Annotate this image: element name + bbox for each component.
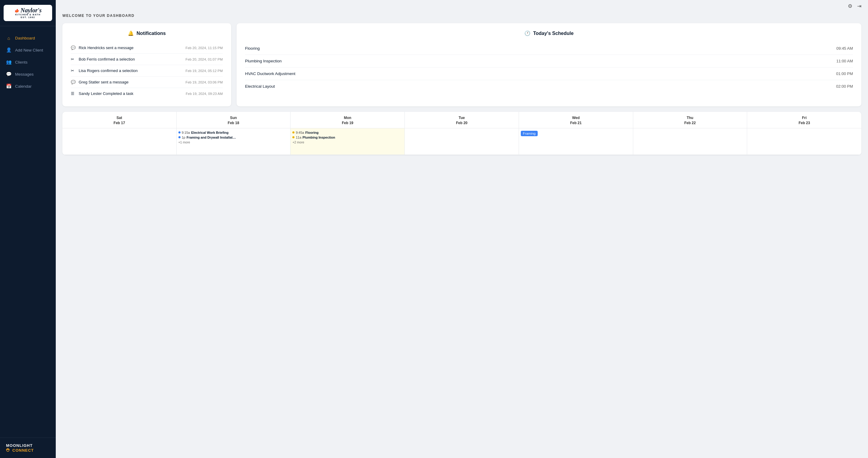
calendar-cell	[747, 128, 861, 155]
notif-type-icon: ☰	[71, 91, 76, 96]
notif-type-icon: ✂	[71, 68, 76, 73]
sidebar: 🍁 Naylor's KITCHEN & BATH EST. 1882 ⌂ Da…	[0, 0, 56, 458]
calendar-cell	[633, 128, 747, 155]
cal-date-label: Feb 21	[522, 121, 630, 126]
main-content: ⚙ ⇥ WELCOME TO YOUR DASHBOARD 🔔 Notifica…	[56, 0, 868, 458]
notification-item: ☰ Sandy Lester Completed a task Feb 19, …	[71, 88, 223, 99]
cal-framing-event: Framing	[521, 131, 631, 136]
sidebar-item-add-new-client[interactable]: 👤 Add New Client	[0, 44, 56, 56]
calendar-header-cell: WedFeb 21	[519, 112, 633, 128]
schedule-header: 🕐 Today's Schedule	[245, 30, 853, 36]
notification-item: 💬 Rick Hendricks sent a message Feb 20, …	[71, 42, 223, 54]
schedule-list: Flooring 09:45 AM Plumbing Inspection 11…	[245, 42, 853, 93]
calendar-header-cell: MonFeb 19	[290, 112, 405, 128]
schedule-time: 02:00 PM	[836, 84, 853, 89]
top-bar: ⚙ ⇥	[56, 0, 868, 12]
cal-date-label: Feb 17	[65, 121, 173, 126]
calendar-cell	[62, 128, 177, 155]
calendar-header-cell: SunFeb 18	[177, 112, 291, 128]
sidebar-item-calendar[interactable]: 📅 Calendar	[0, 80, 56, 92]
cal-event-dot	[179, 136, 181, 138]
cal-event-time: 11a	[296, 136, 301, 139]
cal-event-label: Framing and Drywall Installat…	[187, 136, 236, 139]
sidebar-item-label: Clients	[15, 60, 27, 64]
cal-more-label[interactable]: +1 more	[179, 140, 289, 144]
notif-text: Greg Statler sent a message	[79, 80, 128, 85]
cal-day-label: Sun	[180, 116, 287, 121]
messages-icon: 💬	[6, 71, 11, 77]
logo-maple-icon: 🍁	[14, 9, 19, 13]
cal-event-time: 1p	[182, 136, 185, 139]
notif-time: Feb 20, 2024, 11:15 PM	[186, 46, 223, 50]
sidebar-item-label: Calendar	[15, 84, 32, 89]
add-new-client-icon: 👤	[6, 47, 11, 53]
cal-day-label: Fri	[750, 116, 858, 121]
sidebar-item-clients[interactable]: 👥 Clients	[0, 56, 56, 68]
logo-main: 🍁 Naylor's	[7, 7, 49, 13]
notifications-list: 💬 Rick Hendricks sent a message Feb 20, …	[71, 42, 223, 99]
schedule-item: Flooring 09:45 AM	[245, 42, 853, 55]
calendar-cell: Framing	[519, 128, 633, 155]
logo-box: 🍁 Naylor's KITCHEN & BATH EST. 1882	[4, 5, 52, 21]
schedule-label: Electrical Layout	[245, 84, 275, 89]
cal-event-item: 9:45a Flooring	[292, 131, 403, 134]
dashboard-icon: ⌂	[6, 36, 11, 41]
sidebar-logo: 🍁 Naylor's KITCHEN & BATH EST. 1882	[0, 0, 56, 26]
calendar-card: SatFeb 17SunFeb 18MonFeb 19TueFeb 20WedF…	[62, 112, 861, 155]
notification-item: 💬 Greg Statler sent a message Feb 19, 20…	[71, 76, 223, 88]
sidebar-item-dashboard[interactable]: ⌂ Dashboard	[0, 32, 56, 44]
logo-text: Naylor's	[21, 7, 41, 13]
notif-type-icon: 💬	[71, 80, 76, 85]
cal-day-label: Wed	[522, 116, 630, 121]
schedule-time: 01:00 PM	[836, 71, 853, 76]
notif-time: Feb 19, 2024, 03:06 PM	[186, 80, 223, 84]
cal-day-label: Tue	[408, 116, 516, 121]
content-area: WELCOME TO YOUR DASHBOARD 🔔 Notification…	[56, 12, 868, 458]
schedule-label: HVAC Ductwork Adjustment	[245, 71, 296, 76]
cal-event-label: Flooring	[305, 131, 318, 134]
notification-item: ✂ Bob Ferris confirmed a selection Feb 2…	[71, 54, 223, 65]
sidebar-item-label: Messages	[15, 72, 34, 76]
settings-icon[interactable]: ⚙	[848, 3, 852, 9]
schedule-item: Plumbing Inspection 11:00 AM	[245, 55, 853, 67]
cal-date-label: Feb 22	[636, 121, 744, 126]
logo-sub-line2: EST. 1882	[7, 16, 49, 19]
connect-icon: ⛑	[6, 448, 10, 453]
moonlight-label: MOONLIGHT	[6, 443, 50, 448]
sidebar-item-label: Add New Client	[15, 48, 43, 53]
notif-left: ☰ Sandy Lester Completed a task	[71, 91, 182, 96]
schedule-card: 🕐 Today's Schedule Flooring 09:45 AM Plu…	[237, 23, 861, 106]
calendar-cell	[405, 128, 519, 155]
schedule-time: 11:00 AM	[836, 59, 853, 63]
page-title: WELCOME TO YOUR DASHBOARD	[62, 13, 861, 18]
notif-text: Lisa Rogers confirmed a selection	[79, 68, 138, 73]
calendar-icon: 📅	[6, 84, 11, 89]
cal-day-label: Sat	[65, 116, 173, 121]
cal-event-item: 11a Plumbing Inspection	[292, 136, 403, 139]
logo-sub-line1: KITCHEN & BATH	[7, 13, 49, 16]
sidebar-item-messages[interactable]: 💬 Messages	[0, 68, 56, 80]
clock-icon: 🕐	[524, 30, 530, 36]
cards-row: 🔔 Notifications 💬 Rick Hendricks sent a …	[62, 23, 861, 106]
cal-event-dot	[292, 131, 294, 133]
notif-time: Feb 20, 2024, 01:07 PM	[186, 58, 223, 61]
cal-event-time: 9:45a	[296, 131, 304, 134]
notif-left: ✂ Bob Ferris confirmed a selection	[71, 57, 182, 62]
notifications-card: 🔔 Notifications 💬 Rick Hendricks sent a …	[62, 23, 231, 106]
calendar-cell: 9:45a Flooring 11a Plumbing Inspection +…	[290, 128, 405, 155]
schedule-label: Flooring	[245, 46, 260, 51]
calendar-header: SatFeb 17SunFeb 18MonFeb 19TueFeb 20WedF…	[62, 112, 861, 128]
notif-type-icon: 💬	[71, 45, 76, 50]
cal-date-label: Feb 18	[180, 121, 287, 126]
schedule-item: HVAC Ductwork Adjustment 01:00 PM	[245, 67, 853, 80]
cal-more-label[interactable]: +2 more	[292, 140, 403, 144]
notif-time: Feb 19, 2024, 09:23 AM	[186, 92, 223, 96]
notif-left: 💬 Greg Statler sent a message	[71, 80, 182, 85]
cal-event-time: 9:15a	[182, 131, 190, 134]
notif-left: 💬 Rick Hendricks sent a message	[71, 45, 182, 50]
notif-text: Bob Ferris confirmed a selection	[79, 57, 135, 62]
logout-icon[interactable]: ⇥	[857, 3, 861, 9]
calendar-cell: 9:15a Electrical Work Briefing 1p Framin…	[177, 128, 291, 155]
cal-event-item: 9:15a Electrical Work Briefing	[179, 131, 289, 134]
clients-icon: 👥	[6, 59, 11, 65]
